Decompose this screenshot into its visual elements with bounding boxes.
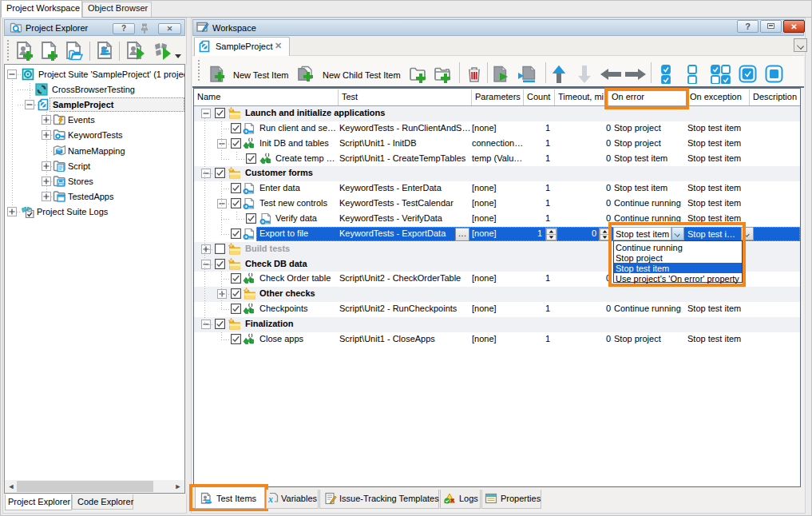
svg-text:x: x (267, 494, 273, 505)
